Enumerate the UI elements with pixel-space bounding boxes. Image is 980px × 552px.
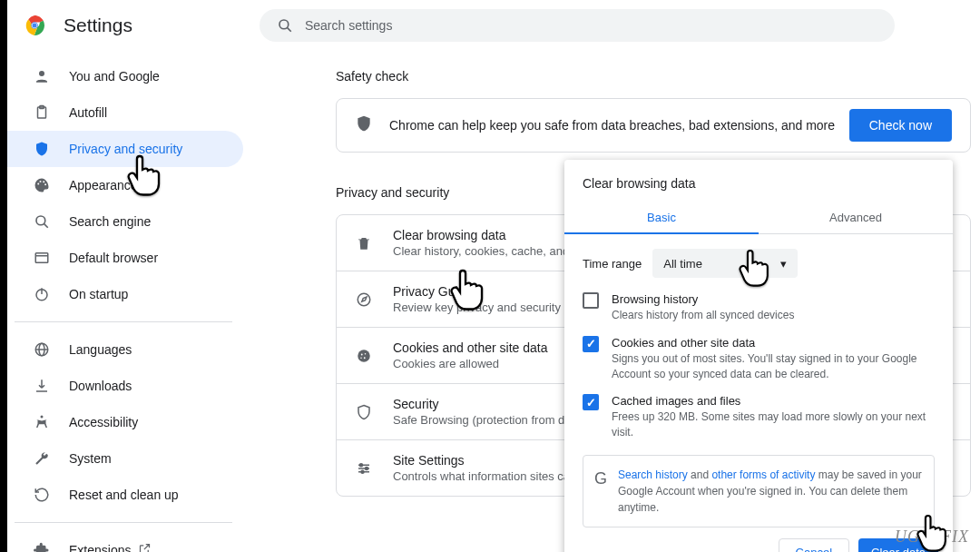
sidebar-item-label: Downloads xyxy=(69,379,132,393)
sidebar-item-label: Accessibility xyxy=(69,415,138,429)
sidebar-item-label: Languages xyxy=(69,342,132,357)
time-range-select[interactable]: All time ▾ xyxy=(652,249,798,278)
tab-advanced[interactable]: Advanced xyxy=(759,202,953,233)
google-icon: G xyxy=(594,467,607,516)
cancel-button[interactable]: Cancel xyxy=(779,538,849,552)
svg-point-11 xyxy=(43,181,44,182)
browser-icon xyxy=(33,249,51,267)
safety-check-card: Chrome can help keep you safe from data … xyxy=(336,98,971,153)
clear-browsing-data-dialog: Clear browsing data Basic Advanced Time … xyxy=(564,160,953,552)
sidebar-item-reset[interactable]: Reset and clean up xyxy=(7,477,243,513)
sidebar-item-label: Reset and clean up xyxy=(69,488,179,502)
sidebar-item-autofill[interactable]: Autofill xyxy=(7,94,243,131)
search-history-link[interactable]: Search history xyxy=(618,468,688,481)
sidebar-item-label: You and Google xyxy=(69,69,160,84)
checkbox-browsing-history[interactable] xyxy=(583,292,599,309)
safety-check-heading: Safety check xyxy=(336,69,971,84)
other-activity-link[interactable]: other forms of activity xyxy=(711,468,815,481)
check-now-button[interactable]: Check now xyxy=(849,109,952,142)
sidebar-item-label: On startup xyxy=(69,287,128,301)
svg-point-23 xyxy=(358,293,370,306)
sidebar-item-downloads[interactable]: Downloads xyxy=(7,368,243,404)
power-icon xyxy=(33,285,51,303)
trash-icon xyxy=(355,235,373,251)
search-icon xyxy=(33,212,51,231)
divider xyxy=(15,321,232,322)
sliders-icon xyxy=(355,460,373,477)
cursor-pointer-icon xyxy=(916,512,953,552)
restore-icon xyxy=(33,486,51,504)
sidebar-item-on-startup[interactable]: On startup xyxy=(7,276,243,312)
shield-icon xyxy=(355,114,373,136)
download-icon xyxy=(33,377,51,395)
divider xyxy=(15,522,232,523)
sidebar-item-languages[interactable]: Languages xyxy=(7,331,243,368)
svg-point-34 xyxy=(361,470,364,473)
sidebar-item-appearance[interactable]: Appearance xyxy=(7,167,243,203)
search-settings-input[interactable]: Search settings xyxy=(260,9,895,42)
google-account-info: G Search history and other forms of acti… xyxy=(583,455,935,527)
compass-icon xyxy=(355,291,373,308)
chrome-logo xyxy=(24,15,45,36)
wrench-icon xyxy=(33,449,51,468)
cursor-pointer-icon xyxy=(127,153,167,203)
time-range-label: Time range xyxy=(583,257,642,271)
sidebar-item-you-and-google[interactable]: You and Google xyxy=(7,58,243,94)
svg-point-32 xyxy=(360,463,363,466)
svg-point-12 xyxy=(44,183,46,185)
sidebar-item-label: Autofill xyxy=(69,105,107,120)
svg-line-5 xyxy=(288,28,291,32)
sidebar: You and Google Autofill Privacy and secu… xyxy=(7,58,243,552)
sidebar-item-label: System xyxy=(69,451,112,466)
page-title: Settings xyxy=(64,15,132,36)
row-title: Cookies and other site data xyxy=(393,340,547,355)
sidebar-item-label: Default browser xyxy=(69,251,158,265)
checkbox-cookies[interactable] xyxy=(583,336,599,352)
sidebar-item-extensions[interactable]: Extensions xyxy=(7,532,243,552)
sidebar-item-default-browser[interactable]: Default browser xyxy=(7,240,243,276)
svg-point-28 xyxy=(360,357,362,359)
dialog-title: Clear browsing data xyxy=(564,160,953,202)
cookie-icon xyxy=(355,348,373,364)
option-title: Cookies and other site data xyxy=(612,336,935,350)
person-icon xyxy=(33,67,51,85)
shield-outline-icon xyxy=(355,404,373,420)
svg-point-13 xyxy=(36,216,45,225)
shield-icon xyxy=(33,140,51,158)
sidebar-item-label: Extensions xyxy=(69,543,131,552)
external-link-icon xyxy=(138,542,152,552)
chevron-down-icon: ▾ xyxy=(780,257,787,271)
svg-point-6 xyxy=(39,71,44,76)
sidebar-item-privacy-security[interactable]: Privacy and security xyxy=(7,131,243,167)
svg-line-14 xyxy=(44,224,48,228)
svg-point-4 xyxy=(279,20,289,29)
svg-rect-15 xyxy=(35,253,48,263)
accessibility-icon xyxy=(33,413,51,431)
svg-point-9 xyxy=(37,183,39,185)
sidebar-item-label: Search engine xyxy=(69,214,151,229)
cursor-pointer-icon xyxy=(739,247,775,294)
extension-icon xyxy=(33,541,51,552)
sidebar-item-accessibility[interactable]: Accessibility xyxy=(7,404,243,440)
sidebar-item-search-engine[interactable]: Search engine xyxy=(7,203,243,240)
option-title: Cached images and files xyxy=(612,394,935,408)
search-icon xyxy=(276,16,294,34)
svg-point-24 xyxy=(358,350,370,362)
globe-icon xyxy=(33,340,51,359)
option-subtitle: Frees up 320 MB. Some sites may load mor… xyxy=(612,409,935,440)
checkbox-cached[interactable] xyxy=(583,394,599,410)
svg-point-33 xyxy=(366,467,368,469)
svg-point-22 xyxy=(41,416,44,419)
safety-check-text: Chrome can help keep you safe from data … xyxy=(389,118,835,133)
svg-point-26 xyxy=(365,353,367,355)
svg-point-3 xyxy=(33,24,37,28)
svg-point-25 xyxy=(361,353,363,355)
svg-point-10 xyxy=(40,181,42,182)
tab-basic[interactable]: Basic xyxy=(564,202,759,233)
row-subtitle: Cookies are allowed xyxy=(393,357,547,370)
sidebar-item-system[interactable]: System xyxy=(7,440,243,477)
clipboard-icon xyxy=(33,104,51,122)
palette-icon xyxy=(33,176,51,194)
time-range-value: All time xyxy=(663,257,702,271)
option-title: Browsing history xyxy=(612,292,935,306)
